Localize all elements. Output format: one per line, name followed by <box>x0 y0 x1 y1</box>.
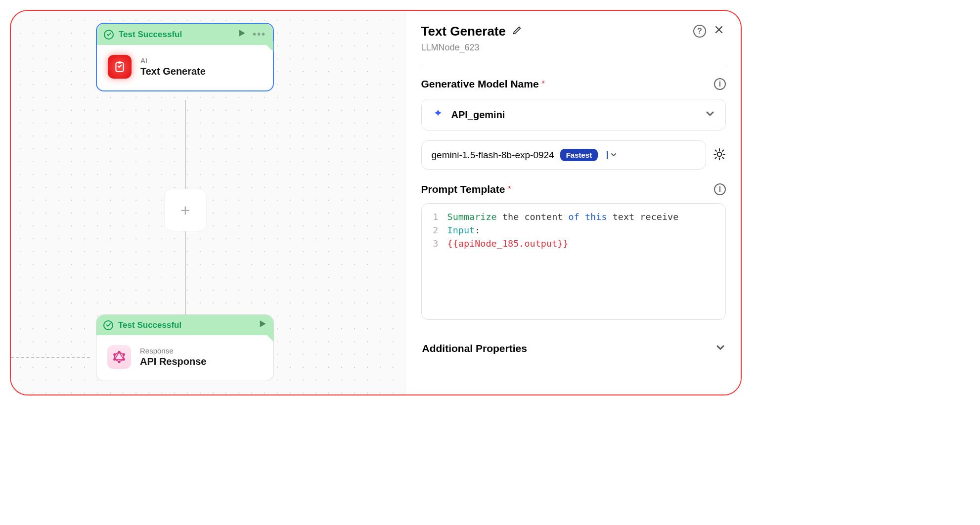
graphql-icon <box>107 345 131 369</box>
check-circle-icon <box>104 30 114 40</box>
node-status-label: Test Successful <box>119 30 182 40</box>
node-header: Test Successful <box>96 315 273 335</box>
node-header: Test Successful ••• <box>97 24 273 45</box>
code-token: this <box>585 212 607 222</box>
plus-icon: + <box>180 201 190 220</box>
chevron-down-icon <box>716 343 725 354</box>
required-marker: * <box>508 185 511 194</box>
prompt-template-label: Prompt Template <box>421 183 505 195</box>
panel-subtitle: LLMNode_623 <box>421 43 726 64</box>
ai-clipboard-icon <box>108 55 132 79</box>
close-icon[interactable] <box>712 23 726 40</box>
play-icon[interactable] <box>238 29 246 40</box>
model-version-value: gemini-1.5-flash-8b-exp-0924 <box>432 150 554 161</box>
model-name-label: Generative Model Name <box>421 78 539 90</box>
model-api-value: API_gemini <box>451 109 505 121</box>
line-number: 1 <box>427 211 447 224</box>
code-token: Summarize <box>447 212 497 222</box>
node-api-response[interactable]: Test Successful Response API Response <box>96 314 274 381</box>
model-api-select[interactable]: API_gemini <box>421 99 726 131</box>
node-status-label: Test Successful <box>118 320 181 330</box>
workflow-canvas[interactable]: + Test Successful ••• AI <box>11 11 405 394</box>
check-circle-icon <box>103 320 113 330</box>
line-number: 3 <box>427 237 447 251</box>
node-body: Response API Response <box>96 335 273 381</box>
chevron-down-icon <box>706 109 714 120</box>
add-node-button[interactable]: + <box>164 189 207 231</box>
play-icon[interactable] <box>259 320 267 330</box>
help-icon[interactable]: ? <box>693 25 706 38</box>
code-token: : <box>475 225 480 235</box>
app-frame: + Test Successful ••• AI <box>10 10 742 395</box>
sparkle-icon <box>433 108 444 121</box>
chevron-down-icon <box>607 151 617 159</box>
code-token: the content <box>497 212 569 222</box>
info-icon[interactable]: i <box>714 183 726 195</box>
additional-properties-label: Additional Properties <box>422 343 527 354</box>
canvas-guide <box>11 357 90 358</box>
info-icon[interactable]: i <box>714 78 726 90</box>
code-token: Input <box>447 225 475 235</box>
required-marker: * <box>542 80 545 88</box>
code-token: of <box>569 212 579 222</box>
line-number: 2 <box>427 224 447 237</box>
panel-title: Text Generate <box>421 24 506 39</box>
edit-icon[interactable] <box>512 25 523 38</box>
code-token: text receive <box>607 212 679 222</box>
node-text-generate[interactable]: Test Successful ••• AI Text Generate <box>96 23 274 91</box>
additional-properties-toggle[interactable]: Additional Properties <box>421 333 726 359</box>
fastest-badge: Fastest <box>560 149 598 161</box>
node-title: API Response <box>140 356 206 367</box>
prompt-template-editor[interactable]: 1Summarize the content of this text rece… <box>421 203 726 320</box>
panel-header: Text Generate ? <box>421 23 726 40</box>
node-title: Text Generate <box>140 66 206 77</box>
code-token <box>579 212 585 222</box>
model-version-select[interactable]: gemini-1.5-flash-8b-exp-0924 Fastest <box>421 140 707 170</box>
node-body: AI Text Generate <box>97 45 273 90</box>
svg-rect-1 <box>118 61 122 63</box>
more-icon[interactable]: ••• <box>251 29 266 40</box>
code-token: {{apiNode_185.output}} <box>447 237 569 251</box>
properties-panel: Text Generate ? LLMNode_623 Generative M… <box>405 11 741 394</box>
gear-icon[interactable] <box>713 148 726 163</box>
node-category: Response <box>140 347 206 355</box>
node-category: AI <box>140 56 206 65</box>
